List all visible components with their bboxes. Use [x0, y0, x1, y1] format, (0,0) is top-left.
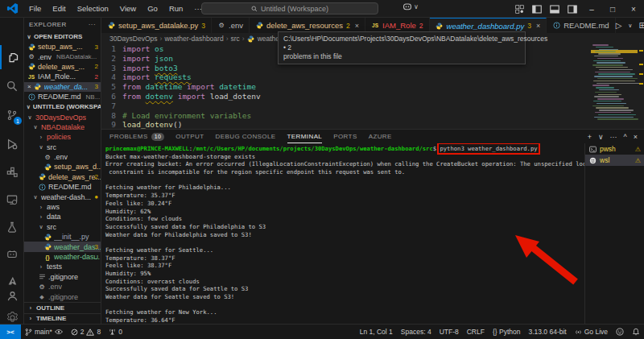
line-number: 2: [101, 54, 122, 64]
tab-READMEmd[interactable]: README.md: [547, 18, 615, 33]
outline-section[interactable]: › OUTLINE: [24, 302, 101, 313]
run-python-icon[interactable]: ▷: [616, 21, 622, 30]
tree-folder-NBADatalake[interactable]: ∨NBADatalake: [24, 122, 101, 132]
activitybar-source-control[interactable]: 1: [0, 103, 24, 127]
tree-folder-data[interactable]: ›data: [24, 212, 101, 221]
tree-file-deleteawsre[interactable]: delete_aws_re...2: [24, 172, 101, 182]
tree-item-label: aws: [47, 203, 60, 211]
code-line: 4import requests: [101, 72, 644, 82]
panel-tab-azure[interactable]: AZURE: [369, 130, 392, 143]
tree-file-gitignore[interactable]: ◆.gitignore: [24, 291, 101, 301]
tab-problems-badge: 2: [419, 22, 423, 30]
line-number: 9: [101, 120, 122, 129]
tree-folder-policies[interactable]: ›policies: [24, 132, 101, 142]
python-version[interactable]: 3.13.0 64-bit: [524, 325, 570, 339]
menu-view[interactable]: View: [114, 0, 142, 17]
tab-env[interactable]: ⚙.env: [212, 18, 250, 33]
close-button[interactable]: ×: [623, 0, 644, 18]
feedback-smiley-icon[interactable]: [612, 325, 628, 339]
breadcrumb-segment[interactable]: src: [230, 35, 239, 43]
activitybar-run-debug[interactable]: [0, 132, 24, 156]
open-editors-section[interactable]: ∨ OPEN EDITORS: [24, 31, 101, 42]
tab-close-icon[interactable]: ×: [355, 22, 359, 30]
tab-close-icon[interactable]: ×: [536, 22, 540, 30]
close-icon[interactable]: ×: [27, 83, 31, 90]
tree-file-env[interactable]: ⚙.env: [24, 152, 101, 162]
tree-file-initpy[interactable]: __init__.py: [24, 232, 101, 242]
open-editor-item[interactable]: ×weather_da...3: [24, 82, 101, 92]
new-terminal-icon[interactable]: +: [588, 133, 592, 141]
tree-folder-src[interactable]: ∨src: [24, 143, 101, 152]
go-live-button[interactable]: Go Live: [571, 325, 612, 339]
open-editor-item[interactable]: delete_aws_...2: [24, 62, 101, 72]
eol[interactable]: CRLF: [463, 325, 489, 339]
terminal-instance-wsl[interactable]: wsl⚠: [585, 155, 644, 166]
menu-file[interactable]: File: [23, 0, 47, 17]
customize-layout-icon[interactable]: [513, 2, 526, 15]
open-editor-item[interactable]: setup_aws_...3: [24, 42, 101, 52]
minimap[interactable]: [591, 44, 638, 129]
maximize-panel-icon[interactable]: ^: [624, 133, 627, 141]
remote-indicator[interactable]: ><: [0, 325, 21, 339]
tree-file-weatherdas[interactable]: weather_das...3: [24, 242, 101, 251]
timeline-section[interactable]: › TIMELINE: [24, 313, 101, 325]
explorer-more-actions[interactable]: ···: [89, 21, 96, 28]
more-actions-icon[interactable]: ···: [610, 133, 617, 141]
panel-tab-terminal[interactable]: TERMINAL: [287, 130, 323, 143]
tree-file-env[interactable]: ⚙.env: [24, 282, 101, 291]
panel-tab-ports[interactable]: PORTS: [333, 130, 357, 143]
restore-button[interactable]: □: [602, 0, 623, 18]
terminal-instance-pwsh[interactable]: pwsh⚠: [585, 143, 644, 155]
tree-file-gitignore[interactable]: .gitignore: [24, 272, 101, 282]
branch-name: main*: [35, 328, 52, 336]
notifications-bell-icon[interactable]: [628, 325, 644, 339]
language-mode[interactable]: {} Python: [489, 325, 525, 339]
tab-setupawsdatalakepy[interactable]: setup_aws_datalake.py3: [101, 18, 212, 33]
menu-go[interactable]: Go: [142, 0, 163, 17]
split-editor-icon[interactable]: ⊞: [638, 21, 644, 30]
activitybar-testing[interactable]: [0, 215, 24, 239]
command-center-search[interactable]: Untitled (Workspace): [201, 2, 378, 14]
ports-indicator[interactable]: 0: [105, 325, 126, 339]
cursor-position[interactable]: Ln 1, Col 1: [356, 325, 397, 339]
terminal-dropdown-icon[interactable]: ∨: [598, 133, 604, 141]
panel-tab-output[interactable]: OUTPUT: [175, 130, 204, 143]
menu-edit[interactable]: Edit: [47, 0, 71, 17]
tree-item-label: src: [47, 143, 56, 151]
workspace-section[interactable]: ∨ UNTITLED (WORKSPACE): [24, 101, 101, 112]
indentation[interactable]: Spaces: 4: [397, 325, 436, 339]
toggle-sidebar-icon[interactable]: [530, 2, 543, 15]
breadcrumb-segment[interactable]: 30DaysDevOps: [109, 35, 158, 43]
menu-selection[interactable]: Selection: [72, 0, 114, 17]
copilot-button[interactable]: ∨: [402, 2, 419, 10]
tree-file-weatherdas[interactable]: {}weather-das...U: [24, 252, 101, 262]
tree-file-setupawsd[interactable]: setup_aws_d...: [24, 162, 101, 172]
minimize-button[interactable]: –: [581, 0, 602, 18]
tree-folder-tests[interactable]: ›tests: [24, 262, 101, 271]
menu-run[interactable]: Run: [163, 0, 188, 17]
tree-folder-aws[interactable]: ›aws: [24, 202, 101, 212]
tree-folder-30DaysDevOps[interactable]: ∨30DaysDevOps: [24, 112, 101, 122]
open-editor-item[interactable]: ⚙.envNBADatalak...: [24, 52, 101, 61]
activitybar-extensions[interactable]: [0, 160, 24, 184]
open-editor-item[interactable]: JSIAM_Role...2: [24, 72, 101, 81]
tree-file-READMEmd[interactable]: README.md: [24, 182, 101, 192]
run-dropdown-icon[interactable]: ∨: [628, 23, 632, 29]
tree-folder-src[interactable]: ∨src: [24, 222, 101, 232]
panel-tab-debug-console[interactable]: DEBUG CONSOLE: [216, 130, 276, 143]
activitybar-account[interactable]: [0, 283, 24, 308]
activitybar-docker[interactable]: [0, 242, 24, 267]
problems-indicator[interactable]: 2 8: [67, 325, 105, 339]
git-branch-item[interactable]: main*: [21, 325, 67, 339]
breadcrumb-segment[interactable]: weather-dashboard: [164, 35, 223, 43]
toggle-secondary-sidebar-icon[interactable]: [566, 2, 579, 15]
activitybar-search[interactable]: [0, 74, 24, 98]
activitybar-explorer[interactable]: [0, 45, 24, 69]
panel-tab-problems[interactable]: PROBLEMS10: [109, 130, 164, 143]
activitybar-remote-explorer[interactable]: [0, 188, 24, 212]
toggle-panel-icon[interactable]: [548, 2, 561, 15]
tree-folder-weatherdash[interactable]: ∨weather-dash...●: [24, 192, 101, 201]
close-panel-icon[interactable]: ×: [634, 133, 638, 141]
open-editor-item[interactable]: README.mdNB...: [24, 92, 101, 101]
encoding[interactable]: UTF-8: [436, 325, 463, 339]
